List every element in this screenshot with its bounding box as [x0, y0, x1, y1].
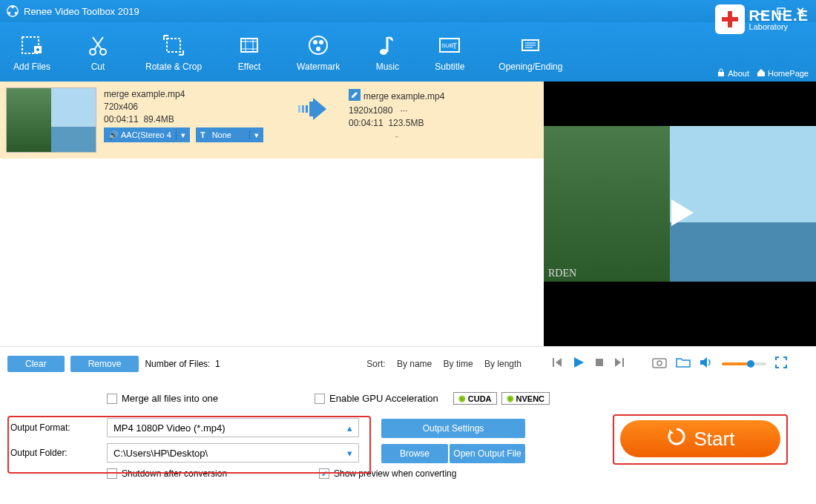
- svg-rect-42: [553, 358, 554, 367]
- clear-button[interactable]: Clear: [7, 356, 65, 372]
- watermark-label: Watermark: [297, 62, 340, 72]
- gpu-checkbox[interactable]: [315, 394, 325, 404]
- speaker-icon: 🔊: [108, 130, 119, 140]
- svg-point-24: [319, 40, 323, 44]
- svg-point-3: [8, 12, 11, 15]
- homepage-link[interactable]: HomePage: [757, 68, 809, 79]
- brand-sub: Laboratory: [749, 23, 809, 31]
- svg-point-23: [313, 40, 317, 44]
- file-list: merge example.mp4 720x406 00:04:11 89.4M…: [0, 82, 544, 346]
- browse-button[interactable]: Browse: [381, 444, 448, 463]
- open-folder-button[interactable]: [676, 357, 691, 371]
- gpu-label: Enable GPU Acceleration: [329, 393, 438, 404]
- chevron-down-icon: ▾: [250, 130, 263, 140]
- svg-text:T: T: [453, 42, 457, 50]
- lock-icon: [717, 68, 725, 79]
- crop-icon: [160, 32, 187, 59]
- add-files-button[interactable]: Add Files: [7, 29, 56, 75]
- svg-point-22: [309, 36, 327, 54]
- svg-rect-40: [306, 105, 308, 113]
- src-resolution: 720x406: [104, 102, 282, 112]
- output-folder-label: Output Folder:: [10, 448, 107, 458]
- nvenc-badge: ◉NVENC: [501, 392, 550, 405]
- cut-label: Cut: [91, 62, 105, 72]
- src-duration: 00:04:11: [104, 114, 139, 125]
- output-folder-dropdown[interactable]: C:\Users\HP\Desktop\ ▾: [107, 443, 359, 462]
- sort-by-length[interactable]: By length: [484, 359, 521, 369]
- svg-rect-45: [653, 359, 666, 368]
- home-icon: [757, 68, 766, 79]
- main-toolbar: Add Files Cut Rotate & Crop Effect Water…: [0, 22, 816, 82]
- play-button[interactable]: [572, 356, 585, 372]
- add-files-icon: [19, 32, 45, 59]
- fullscreen-button[interactable]: [775, 357, 787, 371]
- settings-panel: Merge all files into one Enable GPU Acce…: [0, 380, 816, 504]
- svg-rect-38: [298, 105, 300, 113]
- merge-all-label: Merge all files into one: [122, 393, 218, 404]
- file-thumbnail: [6, 87, 96, 153]
- chevron-down-icon: ▾: [177, 130, 190, 140]
- svg-rect-44: [622, 358, 624, 367]
- file-row[interactable]: merge example.mp4 720x406 00:04:11 89.4M…: [0, 82, 544, 159]
- svg-point-25: [316, 47, 320, 51]
- prev-button[interactable]: [551, 357, 563, 371]
- subtitle-icon: SUBT: [436, 32, 463, 59]
- rotate-crop-button[interactable]: Rotate & Crop: [139, 29, 208, 75]
- cut-button[interactable]: Cut: [79, 29, 117, 75]
- merge-all-checkbox[interactable]: [107, 394, 117, 404]
- chevron-down-icon: ▾: [347, 448, 352, 459]
- dst-duration: 00:04:11: [349, 118, 384, 128]
- output-format-label: Output Format:: [10, 422, 107, 433]
- opening-ending-icon: [517, 32, 544, 59]
- open-output-file-button[interactable]: Open Output File: [450, 444, 525, 463]
- show-preview-label: Show preview when converting: [334, 468, 456, 479]
- sort-by-name[interactable]: By name: [397, 359, 432, 369]
- opening-ending-button[interactable]: Opening/Ending: [493, 29, 568, 75]
- play-overlay-button[interactable]: [659, 192, 701, 236]
- refresh-icon: [666, 426, 687, 452]
- watermark-button[interactable]: Watermark: [291, 29, 346, 75]
- svg-rect-43: [596, 359, 603, 366]
- svg-rect-16: [167, 39, 180, 52]
- dst-more: ···: [400, 105, 407, 116]
- sort-by-time[interactable]: By time: [444, 359, 473, 369]
- svg-line-15: [93, 37, 102, 50]
- effect-button[interactable]: Effect: [230, 29, 269, 75]
- subtitle-dropdown[interactable]: T None ▾: [196, 127, 263, 142]
- dst-resolution: 1920x1080: [349, 105, 392, 116]
- music-icon: [374, 32, 401, 59]
- output-format-dropdown[interactable]: MP4 1080P Video (*.mp4) ▴: [107, 418, 359, 437]
- start-button[interactable]: Start: [620, 420, 780, 457]
- show-preview-checkbox[interactable]: [319, 468, 329, 479]
- music-button[interactable]: Music: [368, 29, 407, 75]
- add-files-label: Add Files: [13, 62, 50, 72]
- snapshot-button[interactable]: [652, 357, 667, 371]
- preview-panel: RDEN: [544, 82, 816, 346]
- scissors-icon: [85, 32, 111, 59]
- shutdown-checkbox[interactable]: [107, 468, 117, 479]
- svg-text:SUB: SUB: [441, 42, 453, 49]
- output-settings-button[interactable]: Output Settings: [381, 419, 525, 438]
- list-bottom-bar: Clear Remove Number of Files: 1 Sort: By…: [0, 346, 544, 380]
- volume-slider[interactable]: [722, 362, 766, 365]
- rotate-crop-label: Rotate & Crop: [145, 62, 202, 72]
- subtitle-button[interactable]: SUBT Subtitle: [429, 29, 470, 75]
- subtitle-label: Subtitle: [435, 62, 464, 72]
- remove-button[interactable]: Remove: [70, 356, 139, 372]
- opening-ending-label: Opening/Ending: [499, 62, 562, 72]
- effect-icon: [236, 32, 263, 59]
- volume-icon[interactable]: [700, 357, 713, 371]
- file-count: 1: [215, 359, 220, 369]
- effect-label: Effect: [238, 62, 260, 72]
- next-button[interactable]: [613, 357, 625, 371]
- edit-icon[interactable]: [349, 89, 361, 103]
- arrow-right-icon: [297, 98, 334, 123]
- audio-codec-dropdown[interactable]: 🔊AAC(Stereo 4 ▾: [104, 127, 190, 142]
- brand-logo: RENE.E Laboratory: [715, 4, 809, 34]
- src-filename: merge example.mp4: [104, 89, 282, 99]
- svg-rect-39: [302, 105, 304, 113]
- dash: -: [395, 131, 398, 142]
- about-link[interactable]: About: [717, 68, 749, 79]
- preview-controls: [544, 346, 816, 380]
- stop-button[interactable]: [594, 357, 605, 371]
